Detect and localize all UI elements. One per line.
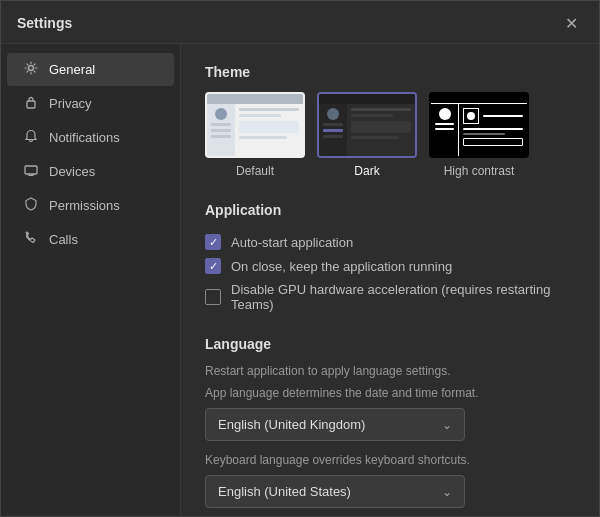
checkbox-auto-start[interactable] [205,234,221,250]
title-bar: Settings ✕ [1,1,599,44]
sidebar-item-notifications[interactable]: Notifications [7,121,174,154]
checkbox-keep-running-label: On close, keep the application running [231,259,452,274]
theme-section: Theme [205,64,575,178]
main-content: Theme [181,44,599,516]
application-section-title: Application [205,202,575,218]
sidebar-item-general[interactable]: General [7,53,174,86]
sidebar-item-label-permissions: Permissions [49,198,120,213]
theme-label-default: Default [236,164,274,178]
checkbox-disable-gpu-row: Disable GPU hardware acceleration (requi… [205,278,575,316]
sidebar-item-privacy[interactable]: Privacy [7,87,174,120]
checkbox-auto-start-row: Auto-start application [205,230,575,254]
theme-label-hc: High contrast [444,164,515,178]
application-section: Application Auto-start application On cl… [205,202,575,316]
close-button[interactable]: ✕ [559,11,583,35]
sidebar-item-devices[interactable]: Devices [7,155,174,188]
theme-preview-default [205,92,305,158]
sidebar-item-permissions[interactable]: Permissions [7,189,174,222]
general-icon [23,61,39,78]
theme-section-title: Theme [205,64,575,80]
sidebar-item-label-notifications: Notifications [49,130,120,145]
theme-option-default[interactable]: Default [205,92,305,178]
checkbox-disable-gpu-label: Disable GPU hardware acceleration (requi… [231,282,575,312]
sidebar-item-label-calls: Calls [49,232,78,247]
notifications-icon [23,129,39,146]
theme-label-dark: Dark [354,164,379,178]
theme-options: Default [205,92,575,178]
theme-option-hc[interactable]: High contrast [429,92,529,178]
calls-icon [23,231,39,248]
permissions-icon [23,197,39,214]
checkbox-disable-gpu[interactable] [205,289,221,305]
sidebar-item-calls[interactable]: Calls [7,223,174,256]
content-area: GeneralPrivacyNotificationsDevicesPermis… [1,44,599,516]
app-language-dropdown-arrow: ⌄ [442,418,452,432]
privacy-icon [23,95,39,112]
checkbox-keep-running-row: On close, keep the application running [205,254,575,278]
language-restart-note: Restart application to apply language se… [205,364,575,378]
language-section: Language Restart application to apply la… [205,336,575,508]
app-language-value: English (United Kingdom) [218,417,365,432]
sidebar-item-label-general: General [49,62,95,77]
svg-rect-1 [27,101,35,108]
keyboard-language-value: English (United States) [218,484,351,499]
sidebar-item-label-devices: Devices [49,164,95,179]
svg-rect-2 [25,166,37,174]
checkbox-auto-start-label: Auto-start application [231,235,353,250]
theme-preview-dark [317,92,417,158]
window-title: Settings [17,15,72,31]
keyboard-language-dropdown[interactable]: English (United States) ⌄ [205,475,465,508]
language-app-note: App language determines the date and tim… [205,386,575,400]
sidebar-item-label-privacy: Privacy [49,96,92,111]
keyboard-language-note: Keyboard language overrides keyboard sho… [205,453,575,467]
theme-option-dark[interactable]: Dark [317,92,417,178]
devices-icon [23,163,39,180]
language-section-title: Language [205,336,575,352]
app-language-dropdown[interactable]: English (United Kingdom) ⌄ [205,408,465,441]
keyboard-language-dropdown-arrow: ⌄ [442,485,452,499]
svg-point-0 [29,66,34,71]
sidebar: GeneralPrivacyNotificationsDevicesPermis… [1,44,181,516]
checkbox-keep-running[interactable] [205,258,221,274]
theme-preview-hc [429,92,529,158]
settings-window: Settings ✕ GeneralPrivacyNotificationsDe… [0,0,600,517]
